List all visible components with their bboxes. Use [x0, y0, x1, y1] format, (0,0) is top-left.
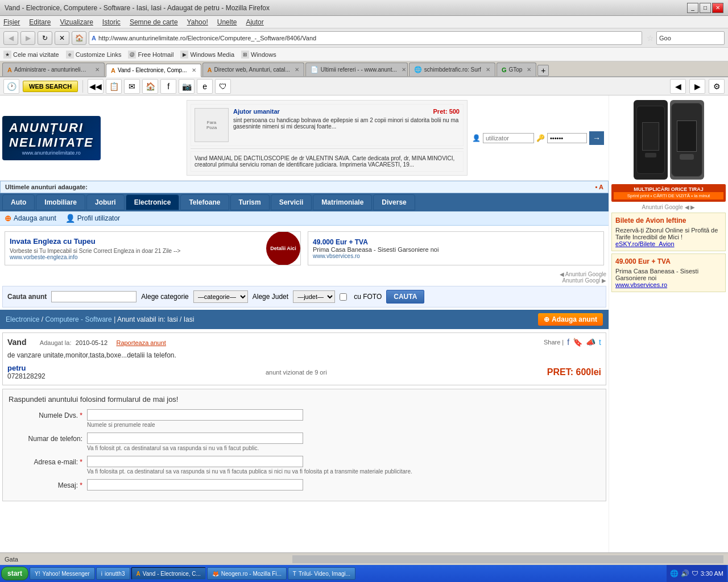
web-search-button[interactable]: WEB SEARCH — [23, 81, 78, 92]
password-input[interactable] — [547, 133, 587, 143]
taskbar-vand[interactable]: A Vand - Electronice, C... — [131, 567, 206, 580]
login-button[interactable]: → — [589, 131, 604, 145]
menu-istoric[interactable]: Istoric — [102, 18, 121, 26]
form-title: Raspundeti anuntului folosind formularul… — [9, 395, 600, 404]
share-icon-3[interactable]: 📣 — [586, 338, 595, 347]
nav-tab-matrimoniale[interactable]: Matrimoniale — [313, 194, 372, 210]
tab-2-close[interactable]: ✕ — [295, 66, 299, 73]
menu-yahoo[interactable]: Yahoo! — [187, 18, 208, 26]
message-input[interactable] — [87, 479, 303, 490]
toolbar-icon-8[interactable]: 🛡 — [215, 79, 231, 94]
phone-screen-2 — [677, 120, 697, 152]
browser-search-box[interactable]: Goo — [656, 31, 725, 45]
tab-4[interactable]: 🌐 schimbdetrafic.ro: Surf ✕ — [409, 63, 495, 76]
rs-ad-avion-link[interactable]: eSKY.ro/Bilete_Avion — [615, 240, 722, 247]
window-controls[interactable]: _ □ ✕ — [687, 3, 723, 13]
twitter-icon[interactable]: t — [599, 338, 601, 347]
home-button[interactable]: 🏠 — [72, 31, 86, 45]
toolbar-icon-2[interactable]: 📋 — [106, 79, 122, 94]
name-input[interactable] — [87, 409, 303, 421]
toolbar-settings-icon[interactable]: ⚙ — [709, 79, 725, 94]
toolbar-nav-left[interactable]: ◀ — [670, 79, 686, 94]
bookmark-most-visited[interactable]: ★ Cele mai vizitate — [3, 51, 59, 59]
tab-1[interactable]: A Vand - Electronice, Comp... ✕ — [106, 64, 201, 77]
nav-tab-diverse[interactable]: Diverse — [373, 194, 415, 210]
report-button[interactable]: Raporteaza anunt — [116, 339, 166, 346]
toolbar-clock-icon[interactable]: 🕐 — [3, 79, 19, 94]
tab-3-close[interactable]: ✕ — [402, 66, 406, 73]
profil-action[interactable]: 👤 Profil utilizator — [65, 214, 120, 223]
nav-tab-imobiliare[interactable]: Imobiliare — [36, 194, 85, 210]
menu-unelte[interactable]: Unelte — [217, 18, 237, 26]
bookmark-customize[interactable]: e Customize Links — [66, 51, 122, 59]
rs-ad-casa[interactable]: 49.000 Eur + TVA Prima Casa Baneasa - Si… — [611, 253, 726, 292]
bookmark-windows[interactable]: ⊞ Windows — [241, 51, 276, 59]
category-select[interactable]: —categorie— — [193, 290, 248, 303]
menu-editare[interactable]: Editare — [29, 18, 51, 26]
menu-vizualizare[interactable]: Vizualizare — [60, 18, 93, 26]
add-anunt-action[interactable]: ⊕ Adauga anunt — [5, 214, 56, 223]
cu-foto-checkbox[interactable] — [340, 293, 347, 301]
toolbar-icon-6[interactable]: 📷 — [179, 79, 195, 94]
toolbar-icon-3[interactable]: ✉ — [124, 79, 140, 94]
tab-4-close[interactable]: ✕ — [486, 66, 490, 73]
refresh-button[interactable]: ↻ — [38, 31, 52, 45]
menu-ajutor[interactable]: Ajutor — [246, 18, 263, 26]
nav-tab-electronice[interactable]: Electronice — [126, 194, 180, 210]
toolbar-icon-1[interactable]: ◀◀ — [88, 79, 104, 94]
tab-0-close[interactable]: ✕ — [95, 66, 100, 73]
phone-input[interactable] — [87, 433, 303, 444]
search-button[interactable]: CAUTA — [386, 290, 424, 304]
toolbar-icon-7[interactable]: e — [197, 79, 213, 94]
judet-label: Alege Judet — [253, 293, 288, 301]
tab-5-close[interactable]: ✕ — [527, 66, 531, 73]
breadcrumb-software[interactable]: Computere - Software — [45, 315, 111, 323]
username-input[interactable] — [483, 133, 534, 143]
facebook-icon[interactable]: f — [567, 338, 569, 347]
back-button[interactable]: ◀ — [3, 31, 18, 45]
add-anunt-button[interactable]: ⊕ Adauga anunt — [538, 313, 603, 326]
nav-tab-turism[interactable]: Turism — [230, 194, 270, 210]
menu-semne[interactable]: Semne de carte — [130, 18, 178, 26]
toolbar-icon-4[interactable]: 🏠 — [142, 79, 158, 94]
minimize-button[interactable]: _ — [687, 3, 698, 13]
taskbar-yahoo[interactable]: Y! Yahoo! Messenger — [30, 567, 95, 580]
taskbar-trilul[interactable]: T Trilul- Video, Imagi... — [288, 567, 355, 580]
ad-badge[interactable]: Detalii Aici — [266, 231, 300, 265]
forward-button[interactable]: ▶ — [20, 31, 35, 45]
tab-2[interactable]: A Director web, Anunturi, catal... ✕ — [202, 63, 304, 76]
search-input[interactable] — [51, 291, 136, 302]
nav-tab-auto[interactable]: Auto — [2, 194, 35, 210]
tab-3[interactable]: 📄 Ultimii refereri - - www.anunt... ✕ — [305, 63, 408, 76]
judet-select[interactable]: —judet— — [293, 290, 335, 303]
close-button[interactable]: ✕ — [712, 3, 723, 13]
bookmark-star-icon[interactable]: ☆ — [647, 34, 654, 43]
add-tab-button[interactable]: + — [537, 65, 549, 76]
toolbar-nav-right[interactable]: ▶ — [689, 79, 705, 94]
nav-tab-joburi[interactable]: Joburi — [86, 194, 125, 210]
tab-0[interactable]: A Administrare - anunturinelimit... ✕ — [2, 63, 105, 76]
nav-tab-servicii[interactable]: Servicii — [271, 194, 312, 210]
sprint-print-ad[interactable]: MULTIPLICĂRI ORICE TIRAJ Sprint print • … — [611, 184, 726, 202]
taskbar-neogen[interactable]: 🦊 Neogen.ro - Mozilla Fi... — [207, 567, 287, 580]
toolbar-icon-5[interactable]: f — [160, 79, 176, 94]
start-button[interactable]: start — [1, 567, 28, 580]
site-logo[interactable]: ANUNȚURI NELIMITATE www.anunturinelimita… — [2, 116, 101, 160]
email-input[interactable] — [87, 456, 303, 467]
stop-button[interactable]: ✕ — [55, 31, 69, 45]
menu-fisier[interactable]: Fișier — [3, 18, 20, 26]
tab-5[interactable]: G GTop ✕ — [497, 63, 536, 76]
breadcrumb-electronice[interactable]: Electronice — [6, 315, 39, 323]
share-icon-2[interactable]: 🔖 — [573, 338, 582, 347]
bookmark-hotmail[interactable]: @ Free Hotmail — [128, 51, 173, 59]
name-label: Numele Dvs. * — [9, 409, 82, 419]
address-bar[interactable]: A http://www.anunturinelimitate.ro/Elect… — [89, 31, 642, 45]
maximize-button[interactable]: □ — [700, 3, 711, 13]
bookmark-media[interactable]: ▶ Windows Media — [180, 51, 234, 59]
vand-taskbar-label: Vand - Electronice, C... — [143, 571, 201, 577]
rs-ad-casa-url[interactable]: www.vbservices.ro — [615, 281, 722, 288]
nav-tab-telefoane[interactable]: Telefoane — [180, 194, 229, 210]
rs-ad-avion[interactable]: Bilete de Avion Ieftine Rezervă-ți Zboru… — [611, 213, 726, 251]
taskbar-ionutth3[interactable]: i ionutth3 — [96, 567, 130, 580]
tab-1-close[interactable]: ✕ — [192, 67, 196, 73]
